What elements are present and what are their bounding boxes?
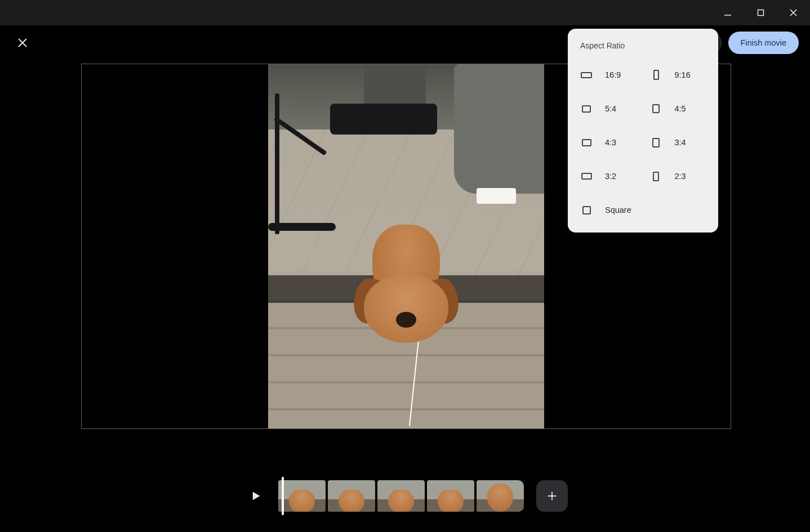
clip-thumbnail[interactable]: [328, 480, 375, 512]
ratio-3-4-icon: [650, 136, 662, 149]
clip-thumbnail[interactable]: [278, 480, 326, 512]
play-button[interactable]: [242, 482, 269, 509]
maximize-icon[interactable]: [749, 2, 772, 24]
aspect-option-3-2[interactable]: 3:2: [573, 159, 643, 193]
aspect-option-16-9[interactable]: 16:9: [573, 58, 643, 92]
timeline: [0, 480, 810, 512]
aspect-option-square[interactable]: Square: [573, 193, 713, 227]
ratio-9-16-icon: [650, 69, 662, 81]
svg-rect-1: [758, 10, 763, 16]
add-clip-button[interactable]: [536, 480, 568, 512]
finish-movie-label: Finish movie: [741, 38, 786, 47]
aspect-option-label: 4:3: [605, 138, 616, 147]
ratio-4-3-icon: [580, 136, 593, 149]
ratio-square-icon: [580, 204, 593, 216]
aspect-option-label: 5:4: [605, 104, 616, 113]
aspect-option-label: 3:2: [605, 172, 616, 181]
clip-thumbnail[interactable]: [427, 480, 474, 512]
close-editor-button[interactable]: [11, 32, 34, 54]
aspect-option-label: 9:16: [675, 70, 691, 79]
preview-image: [268, 64, 544, 428]
finish-movie-button[interactable]: Finish movie: [728, 32, 799, 54]
aspect-option-4-5[interactable]: 4:5: [643, 92, 713, 126]
aspect-ratio-popup: Aspect Ratio 16:9 9:16 5:4 4:5 4:3 3:4 3…: [568, 29, 718, 233]
aspect-option-label: 4:5: [675, 104, 686, 113]
ratio-3-2-icon: [580, 170, 593, 182]
playhead[interactable]: [282, 477, 284, 515]
aspect-ratio-title: Aspect Ratio: [573, 39, 713, 58]
minimize-icon[interactable]: [716, 2, 739, 24]
aspect-option-2-3[interactable]: 2:3: [643, 159, 713, 193]
aspect-option-4-3[interactable]: 4:3: [573, 126, 643, 159]
aspect-option-label: 2:3: [675, 172, 686, 181]
window-titlebar: [0, 0, 810, 25]
aspect-option-label: 16:9: [605, 70, 621, 79]
aspect-option-label: 3:4: [675, 138, 686, 147]
window-close-icon[interactable]: [782, 2, 804, 24]
ratio-4-5-icon: [650, 102, 662, 115]
clip-strip: [276, 480, 524, 512]
ratio-5-4-icon: [580, 102, 593, 115]
ratio-2-3-icon: [650, 170, 662, 182]
clip-thumbnail[interactable]: [377, 480, 425, 512]
aspect-ratio-grid: 16:9 9:16 5:4 4:5 4:3 3:4 3:2 2:3: [573, 58, 713, 227]
svg-marker-6: [253, 493, 260, 499]
aspect-option-label: Square: [605, 205, 631, 214]
ratio-16-9-icon: [580, 69, 593, 81]
clip-thumbnail[interactable]: [477, 480, 524, 512]
aspect-option-5-4[interactable]: 5:4: [573, 92, 643, 126]
aspect-option-9-16[interactable]: 9:16: [643, 58, 713, 92]
aspect-option-3-4[interactable]: 3:4: [643, 126, 713, 159]
